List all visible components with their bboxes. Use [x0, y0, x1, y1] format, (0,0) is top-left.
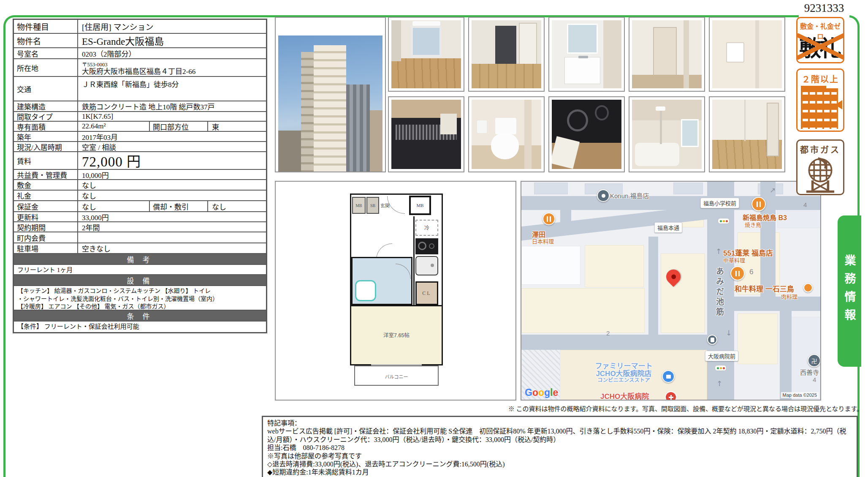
rent-value: 72,000 円: [78, 152, 266, 169]
address: 大阪府大阪市福島区福島４丁目2-66: [82, 68, 195, 76]
block-number-4-right: 4: [813, 376, 816, 383]
road-arrow-ne: ↗: [770, 186, 776, 194]
table-row: 更新料 33,000円: [14, 212, 266, 222]
bathtub: [355, 280, 376, 301]
row-label: 敷金: [14, 180, 78, 190]
photo-room-interior: [388, 17, 464, 92]
block-number-2: 2: [606, 330, 610, 337]
table-row: 専有面積 22.64m² 開口部方位 東: [14, 122, 266, 132]
hospital-pin: [665, 391, 677, 401]
building-icon: [801, 88, 838, 129]
row-label: 物件名: [14, 34, 78, 47]
restaurant-pin-small: [803, 283, 813, 292]
google-logo: Google: [525, 387, 558, 398]
table-row: 町内会費: [14, 232, 266, 243]
block-number-6: 6: [749, 268, 753, 276]
photo-entrance: [468, 17, 545, 92]
cross-icon: [669, 395, 673, 400]
row-label: 物件種目: [14, 20, 78, 33]
notes-line: ◆短期違約金:1年未満総賃料1カ月: [267, 468, 852, 476]
hospital-label: JCHO大阪病院: [600, 390, 649, 401]
konun-label: Konun.福島店: [610, 191, 649, 200]
table-row: 築年 2017年03月: [14, 132, 266, 142]
wagyu-type: 肉料理: [781, 292, 797, 300]
notes-line: 担当:石橋 080-7186-8278: [267, 444, 852, 452]
photo-toilet: [468, 96, 545, 172]
photo-stove: [548, 96, 625, 172]
wagyu-restaurant-pin: [730, 266, 745, 281]
road-arrow-down: ↓: [726, 329, 732, 337]
conditions-header: 条 件: [14, 311, 266, 322]
table-row: 物件名 ES-Grande大阪福島: [14, 34, 266, 48]
table-row: 建築構造 鉄筋コンクリート造 地上10階 総戸数37戸: [14, 101, 266, 112]
row-value: 2年間: [78, 222, 266, 232]
temple-label: 西善寺: [800, 368, 819, 376]
row-label: 保証金: [14, 201, 78, 211]
badge-no-deposit: 敷金・礼金ゼロ 敷 礼: [796, 17, 844, 63]
balcony-label: バルコニー: [355, 373, 438, 380]
convenience-store-pin: [662, 370, 675, 383]
row-label: 間取タイプ: [14, 112, 78, 121]
sawada-type: 日本料理: [532, 237, 554, 245]
main-room: 洋室7.65帖: [351, 305, 442, 364]
remarks-text: フリーレント 1ヶ月: [14, 265, 266, 275]
row-label-2: 償却・敷引: [149, 201, 208, 211]
table-row: 駐車場 空きなし: [14, 243, 266, 254]
restaurant-icon: [757, 202, 761, 207]
gyomu-joho-label: 業務情報: [841, 215, 858, 367]
equipment-text: 【キッチン】 給湯器・ガスコンロ・システムキッチン 【水廻り】 トイレ ・シャワ…: [14, 286, 266, 311]
property-name: ES-Grande大阪福島: [78, 34, 266, 47]
traffic-light-icon: [718, 218, 730, 224]
row-label: 共益費・管理費: [14, 170, 78, 179]
meter-box-left: MB: [352, 197, 366, 214]
arrow-up-small: ↑: [716, 247, 722, 256]
badge-second-floor-title: ２階以上: [797, 73, 843, 85]
bathroom: [351, 257, 412, 305]
postal-code: 〒553-0003: [82, 62, 195, 68]
restaurant-icon: [735, 271, 740, 276]
row-label: 所在地: [14, 59, 78, 76]
table-row: 敷金 なし: [14, 180, 266, 191]
table-row: 交通 ＪＲ東西線「新福島」徒歩8分: [14, 77, 266, 101]
row-label: 現況/入居時期: [14, 142, 78, 151]
familymart-line3: コンビニエンスストア: [585, 378, 663, 383]
table-row: 賃料 72,000 円: [14, 152, 266, 170]
familymart-line2: JCHO大阪病院店: [585, 370, 663, 377]
remarks-header: 備 考: [14, 254, 266, 265]
badge-city-gas-title: 都市ガス: [797, 143, 843, 155]
special-notes-box: 特記事項： webサービス広告掲載 [許可]・保証会社：保証会社利用可能 S全保…: [262, 416, 858, 477]
table-row: 契約期間 2年間: [14, 222, 266, 232]
gas-holder-icon: [801, 155, 840, 194]
row-label: 駐車場: [14, 243, 78, 253]
photo-exterior: [275, 17, 386, 172]
row-value-2: なし: [208, 201, 266, 211]
row-value: 33,000円: [78, 212, 266, 221]
row-label: 建築構造: [14, 101, 78, 111]
photo-kitchen-grill: [388, 96, 464, 172]
floor-plan: MB SB 玄関 MB 冷 CL 洋室7.65帖: [275, 181, 516, 401]
notes-line: webサービス広告掲載 [許可]・保証会社：保証会社利用可能 S全保連 初回保証…: [267, 427, 852, 444]
photo-bathroom: [629, 96, 705, 172]
school-stop-label: 福島小学校前: [700, 198, 739, 208]
row-value: なし: [78, 191, 266, 200]
row-label: 更新料: [14, 212, 78, 221]
sawada-restaurant-pin: [542, 213, 555, 225]
row-value-2: 東: [208, 122, 266, 131]
property-sheet: 9231333 物件種目 [住居用] マンション 物件名 ES-Grande大阪…: [0, 0, 868, 477]
row-label: 交通: [14, 77, 78, 101]
konun-pin: [597, 189, 610, 202]
table-row: 物件種目 [住居用] マンション: [14, 20, 266, 34]
yakitori-restaurant-pin: [751, 197, 766, 211]
table-row: 共益費・管理費 10,000円: [14, 170, 266, 180]
notes-title: 特記事項：: [267, 419, 852, 427]
photo-control-panel: [709, 17, 785, 92]
plan-wall: [413, 216, 415, 306]
row-label: 契約期間: [14, 222, 78, 232]
bus-stop-icon: [707, 335, 717, 345]
row-value: [住居用] マンション: [78, 20, 266, 33]
room-label: 洋室7.65帖: [351, 331, 442, 339]
disclaimer-note: ※ この資料は物件の概略紹介資料になります。写真、間取図面、設備、概要などが現況…: [508, 404, 863, 413]
balcony: バルコニー: [354, 365, 439, 386]
photo-room-corner: [709, 96, 785, 172]
row-value: なし: [78, 180, 266, 190]
